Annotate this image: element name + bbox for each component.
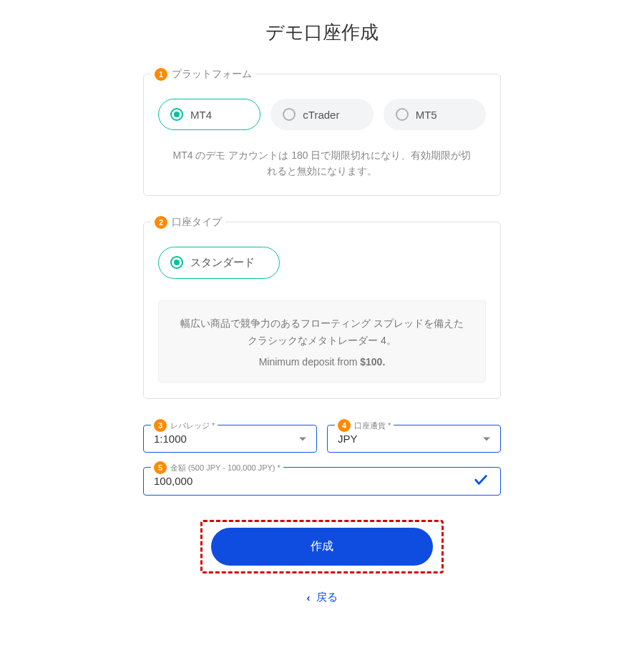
leverage-value: 1:1000 [154, 433, 306, 445]
amount-input[interactable] [154, 475, 457, 487]
account-type-info-deposit: Minimum deposit from $100. [176, 356, 468, 368]
radio-icon [170, 108, 183, 121]
step-badge-2: 2 [155, 216, 167, 229]
platform-option-ctrader[interactable]: cTrader [270, 99, 373, 130]
radio-icon [283, 108, 296, 121]
account-type-option-standard[interactable]: スタンダード [158, 247, 280, 279]
platform-option-mt5[interactable]: MT5 [384, 99, 486, 130]
radio-icon [170, 256, 183, 269]
currency-select[interactable]: 4 口座通貨 * JPY [327, 425, 501, 453]
account-type-step-badge: 2 口座タイプ [151, 216, 225, 229]
radio-icon [396, 108, 409, 121]
platform-option-label: MT5 [416, 109, 437, 121]
currency-value: JPY [338, 433, 490, 445]
platform-option-mt4[interactable]: MT4 [158, 99, 260, 130]
leverage-step-badge: 3 レバレッジ * [151, 419, 218, 432]
step-badge-4: 4 [338, 419, 351, 432]
platform-option-label: cTrader [303, 109, 339, 121]
account-type-section: 2 口座タイプ スタンダード 幅広い商品で競争力のあるフローティング スプレッド… [143, 222, 501, 400]
page-title: デモ口座作成 [143, 20, 501, 45]
leverage-label: レバレッジ * [170, 420, 215, 431]
platform-label: プラットフォーム [172, 68, 252, 81]
amount-field[interactable]: 5 金額 (500 JPY - 100,000 JPY) * [143, 467, 501, 496]
dropdown-arrow-icon [483, 437, 490, 440]
step-badge-1: 1 [155, 68, 167, 81]
currency-label: 口座通貨 * [354, 420, 391, 431]
highlight-box: 作成 [200, 520, 444, 573]
currency-step-badge: 4 口座通貨 * [335, 419, 394, 432]
chevron-left-icon: ‹ [307, 591, 311, 604]
account-type-label: 口座タイプ [172, 216, 222, 229]
platform-option-label: MT4 [190, 109, 212, 121]
create-button[interactable]: 作成 [211, 528, 433, 566]
back-link[interactable]: ‹ 戻る [143, 585, 501, 619]
submit-area: 作成 [143, 520, 501, 573]
checkmark-icon [473, 472, 489, 491]
account-type-info: 幅広い商品で競争力のあるフローティング スプレッドを備えたクラシックなメタトレー… [158, 300, 486, 383]
leverage-currency-row: 3 レバレッジ * 1:1000 4 口座通貨 * JPY [143, 425, 501, 453]
dropdown-arrow-icon [299, 437, 306, 440]
deposit-prefix: Minimum deposit from [259, 356, 361, 368]
platform-section: 1 プラットフォーム MT4 cTrader MT5 MT4 のデモ アカウント… [143, 74, 501, 196]
account-type-option-label: スタンダード [190, 256, 255, 270]
step-badge-3: 3 [154, 419, 167, 432]
amount-step-badge: 5 金額 (500 JPY - 100,000 JPY) * [151, 461, 283, 474]
platform-step-badge: 1 プラットフォーム [151, 68, 255, 81]
leverage-select[interactable]: 3 レバレッジ * 1:1000 [143, 425, 317, 453]
amount-label: 金額 (500 JPY - 100,000 JPY) * [170, 463, 280, 473]
account-type-info-desc: 幅広い商品で競争力のあるフローティング スプレッドを備えたクラシックなメタトレー… [176, 315, 468, 350]
platform-help-text: MT4 のデモ アカウントは 180 日で期限切れになり、有効期限が切れると無効… [158, 147, 486, 179]
back-label: 戻る [316, 591, 338, 604]
deposit-amount: $100. [360, 356, 385, 368]
step-badge-5: 5 [154, 461, 167, 474]
